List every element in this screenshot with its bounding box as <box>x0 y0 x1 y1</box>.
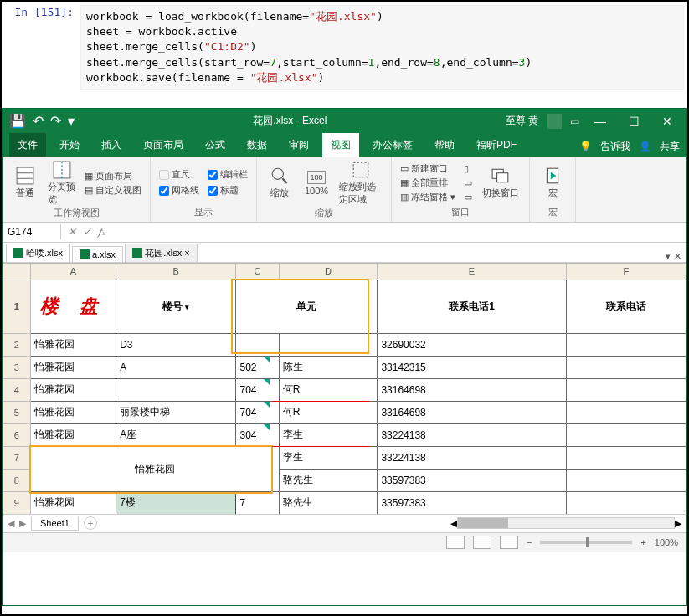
cell[interactable] <box>566 356 686 378</box>
cell[interactable] <box>566 491 686 514</box>
cell[interactable] <box>566 424 686 446</box>
cell[interactable]: 怡雅花园 <box>30 424 116 446</box>
cell[interactable]: 丽景楼中梯 <box>116 401 236 424</box>
cell-E1[interactable]: 联系电话1 <box>378 280 566 333</box>
pagebreak-view-button[interactable]: 分页预览 <box>48 161 76 206</box>
tab-formulas[interactable]: 公式 <box>197 133 234 157</box>
cell[interactable]: 李生 <box>279 446 378 469</box>
cell[interactable]: 骆先生 <box>279 469 378 491</box>
col-header-D[interactable]: D <box>279 263 378 280</box>
tab-view[interactable]: 视图 <box>322 133 359 157</box>
split-icon[interactable]: ▯ <box>464 163 472 174</box>
headings-checkbox[interactable]: 标题 <box>208 184 248 197</box>
new-window-button[interactable]: ▭ 新建窗口 <box>400 162 455 175</box>
cell[interactable]: D3 <box>116 333 236 356</box>
cell[interactable] <box>566 446 686 469</box>
tab-help[interactable]: 帮助 <box>426 133 463 157</box>
cell[interactable] <box>566 469 686 491</box>
tab-officetab[interactable]: 办公标签 <box>364 133 421 157</box>
cell-A7C8-merged[interactable]: 怡雅花园 <box>30 446 279 491</box>
tellme-label[interactable]: 告诉我 <box>600 140 630 154</box>
cell[interactable]: 李生 <box>279 424 378 446</box>
row-header-3[interactable]: 3 <box>3 356 31 378</box>
sheet-nav-next[interactable]: ▶ <box>19 518 26 529</box>
unhide-icon[interactable]: ▭ <box>464 192 472 203</box>
tab-data[interactable]: 数据 <box>239 133 275 157</box>
undo-icon[interactable]: ↶ <box>33 113 44 129</box>
cell[interactable]: A <box>116 356 236 378</box>
cell[interactable]: 33164698 <box>378 401 566 424</box>
gridlines-checkbox[interactable]: 网格线 <box>159 184 199 197</box>
zoom-selection-button[interactable]: 缩放到选定区域 <box>339 161 383 206</box>
cell[interactable]: 704 <box>236 378 279 401</box>
user-name[interactable]: 至尊 黄 <box>506 114 538 128</box>
zoom-out-button[interactable]: − <box>527 537 532 547</box>
tab-menu-icon[interactable]: ▾ <box>666 251 671 262</box>
custom-view-button[interactable]: ▤ 自定义视图 <box>85 184 141 197</box>
freeze-panes-button[interactable]: ▥ 冻结窗格 ▾ <box>400 191 455 203</box>
cell-F1[interactable]: 联系电话 <box>566 280 686 333</box>
accept-formula-icon[interactable]: ✓ <box>83 226 91 239</box>
cell[interactable]: A座 <box>116 424 236 446</box>
cell[interactable]: 怡雅花园 <box>30 401 116 424</box>
cell[interactable]: 陈生 <box>279 356 378 378</box>
sheet-nav-prev[interactable]: ◀ <box>8 518 14 529</box>
zoom-in-button[interactable]: + <box>640 537 645 547</box>
cell[interactable]: 怡雅花园 <box>30 356 116 378</box>
tellme-icon[interactable]: 💡 <box>579 141 592 152</box>
horizontal-scrollbar[interactable]: ◀▶ <box>450 517 681 529</box>
qat-dropdown-icon[interactable]: ▾ <box>68 113 75 129</box>
tab-home[interactable]: 开始 <box>51 133 88 157</box>
maximize-button[interactable]: ☐ <box>621 115 646 128</box>
switch-windows-button[interactable]: 切换窗口 <box>481 167 521 199</box>
share-label[interactable]: 共享 <box>660 140 680 154</box>
cell-B9-selected[interactable]: 7楼 <box>116 491 236 514</box>
file-tab-2[interactable]: 花园.xlsx × <box>125 244 197 262</box>
pagebreak-view-icon[interactable] <box>500 536 518 549</box>
arrange-all-button[interactable]: ▦ 全部重排 <box>400 177 455 189</box>
ribbon-options-icon[interactable]: ▭ <box>570 116 579 127</box>
zoom-level[interactable]: 100% <box>655 537 678 547</box>
pagelayout-view-icon[interactable] <box>473 536 491 549</box>
row-header-2[interactable]: 2 <box>3 333 31 356</box>
sheet-tab-1[interactable]: Sheet1 <box>31 516 79 531</box>
cell[interactable]: 502 <box>236 356 279 378</box>
row-header-1[interactable]: 1 <box>3 280 31 333</box>
tab-insert[interactable]: 插入 <box>93 133 130 157</box>
cell[interactable] <box>566 333 686 356</box>
cell[interactable]: 何R <box>279 401 378 424</box>
col-header-E[interactable]: E <box>378 263 566 280</box>
save-icon[interactable]: 💾 <box>9 113 26 129</box>
zoom-slider[interactable] <box>540 541 632 544</box>
fx-icon[interactable]: 𝑓ₓ <box>98 226 106 239</box>
row-header-6[interactable]: 6 <box>3 424 31 446</box>
jupyter-code[interactable]: workbook = load_workbook(filename="花园.xl… <box>80 5 684 90</box>
normal-view-button[interactable]: 普通 <box>11 167 39 199</box>
cell[interactable]: 33597383 <box>378 469 566 491</box>
cell[interactable]: 7 <box>236 491 279 514</box>
cell[interactable]: 33142315 <box>378 356 566 378</box>
cell[interactable] <box>279 333 378 356</box>
zoom-button[interactable]: 缩放 <box>265 167 294 199</box>
cancel-formula-icon[interactable]: ✕ <box>68 226 76 239</box>
row-header-5[interactable]: 5 <box>3 401 31 424</box>
col-header-B[interactable]: B <box>116 263 236 280</box>
normal-view-icon[interactable] <box>446 536 465 549</box>
cell[interactable]: 何R <box>279 378 378 401</box>
hide-icon[interactable]: ▭ <box>464 177 472 188</box>
tab-pagelayout[interactable]: 页面布局 <box>135 133 192 157</box>
cell[interactable]: 怡雅花园 <box>30 378 116 401</box>
ruler-checkbox[interactable]: 直尺 <box>159 168 199 181</box>
pagelayout-view-button[interactable]: ▦ 页面布局 <box>85 170 141 182</box>
redo-icon[interactable]: ↷ <box>50 113 61 129</box>
cell-grid[interactable]: A B C D E F 1 楼 盘 楼号 ▾ 单元 联系电话1 联系电话 2怡雅… <box>3 263 686 514</box>
zoom100-button[interactable]: 100100% <box>302 171 331 196</box>
row-header-7[interactable]: 7 <box>3 446 31 469</box>
macros-button[interactable]: 宏 <box>538 167 567 199</box>
tab-file[interactable]: 文件 <box>9 133 46 157</box>
col-header-C[interactable]: C <box>236 263 279 280</box>
cell[interactable]: 32690032 <box>378 333 566 356</box>
name-box[interactable]: G174 <box>3 224 61 239</box>
cell[interactable] <box>566 401 686 424</box>
cell-B1[interactable]: 楼号 ▾ <box>116 280 236 333</box>
